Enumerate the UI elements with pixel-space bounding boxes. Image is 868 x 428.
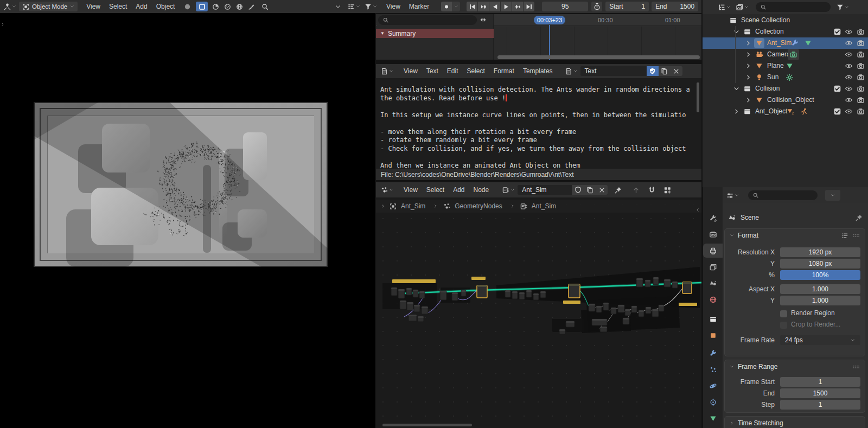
crop-checkbox[interactable]: [780, 322, 787, 329]
display-mode-button[interactable]: [736, 3, 749, 11]
menu-node[interactable]: Node: [469, 183, 494, 196]
prev-keyframe-button[interactable]: [478, 2, 489, 11]
expand-arrow-icon[interactable]: [732, 107, 741, 116]
render-visibility-camera-icon[interactable]: [857, 50, 865, 59]
bulb-icon[interactable]: [755, 73, 763, 81]
search-icon[interactable]: [261, 3, 269, 11]
tab-constraints[interactable]: [703, 395, 723, 409]
tab-object[interactable]: [703, 328, 723, 342]
menu-object[interactable]: Object: [152, 0, 180, 13]
breadcrumb-scene[interactable]: Scene: [741, 214, 759, 221]
render-region-checkbox[interactable]: [780, 310, 787, 317]
render-visibility-camera-icon[interactable]: [857, 62, 865, 70]
visibility-eye-icon[interactable]: [845, 39, 853, 47]
frame-rate-dropdown[interactable]: 24 fps: [780, 335, 860, 345]
new-nodetree-button[interactable]: [584, 185, 596, 195]
region-collapse-chevron[interactable]: [376, 22, 378, 27]
expand-arrow-icon[interactable]: [744, 96, 752, 104]
channel-search-input[interactable]: [378, 15, 477, 25]
presets-list-icon[interactable]: [841, 232, 849, 240]
menu-text[interactable]: Text: [422, 65, 443, 78]
node-scrollbar-h[interactable]: [382, 424, 472, 426]
tab-object-data[interactable]: [703, 411, 723, 425]
drag-grip-icon[interactable]: [852, 232, 860, 240]
frame-start-field[interactable]: Start 1: [605, 2, 649, 11]
nodetree-selector[interactable]: [502, 186, 515, 194]
tri-badge-icon[interactable]: [804, 39, 812, 47]
outliner-row-sun[interactable]: Sun: [703, 72, 868, 83]
shading-solid-button[interactable]: [196, 2, 208, 11]
menu-marker[interactable]: Marker: [405, 0, 433, 13]
tri2-badge-icon[interactable]: 2: [787, 107, 795, 116]
outliner-row-plane[interactable]: Plane: [703, 60, 868, 72]
menu-view[interactable]: View: [399, 65, 422, 78]
visibility-eye-icon[interactable]: [845, 73, 853, 81]
jump-to-start-button[interactable]: [467, 2, 477, 11]
shading-rendered-icon[interactable]: [235, 3, 244, 11]
text-line[interactable]: In this setup we instance curve lines on…: [380, 111, 701, 120]
visibility-eye-icon[interactable]: [845, 85, 853, 93]
editor-type-node-button[interactable]: [380, 186, 394, 194]
use-preview-range-button[interactable]: [591, 2, 602, 11]
boxcol-icon[interactable]: [743, 85, 751, 93]
text-datablock-selector[interactable]: [565, 67, 578, 75]
header-overflow-chevron[interactable]: [332, 3, 344, 11]
text-line[interactable]: [380, 103, 701, 111]
tab-physics[interactable]: [703, 379, 723, 393]
tri-badge-icon[interactable]: [786, 62, 794, 70]
outliner-row-camera[interactable]: Camera: [703, 49, 868, 60]
editor-type-text-button[interactable]: [380, 67, 394, 75]
tri-icon[interactable]: [755, 62, 763, 70]
menu-templates[interactable]: Templates: [519, 65, 557, 78]
collection-checkbox[interactable]: [833, 28, 841, 36]
boxcol-icon[interactable]: [729, 16, 737, 24]
tri-icon[interactable]: [755, 39, 763, 47]
sidebar-collapse-chevron[interactable]: [695, 207, 700, 213]
menu-view[interactable]: View: [382, 0, 405, 13]
visibility-eye-icon[interactable]: [845, 96, 853, 104]
gizmo-sphere-icon[interactable]: [183, 3, 192, 11]
outliner-row-scene collection[interactable]: Scene Collection: [703, 15, 868, 26]
tab-world[interactable]: [703, 292, 723, 306]
visibility-eye-icon[interactable]: [845, 62, 853, 70]
boxcol-icon[interactable]: [743, 107, 751, 116]
text-editor-body[interactable]: Ant simulation with collision detection.…: [376, 78, 701, 169]
unlink-text-button[interactable]: [671, 66, 682, 76]
fake-user-button[interactable]: [572, 185, 584, 195]
time-stretching-header[interactable]: Time Stretching: [725, 417, 865, 428]
resolution-x-field[interactable]: 1920 px: [780, 247, 860, 257]
render-visibility-camera-icon[interactable]: [857, 85, 865, 93]
editor-type-timeline-button[interactable]: [347, 3, 361, 11]
frame-step-field[interactable]: 1: [780, 400, 860, 410]
format-panel-header[interactable]: Format: [725, 229, 865, 242]
jump-to-end-button[interactable]: [524, 2, 534, 11]
visibility-eye-icon[interactable]: [845, 107, 853, 116]
auto-key-record-button[interactable]: [441, 2, 452, 11]
menu-view[interactable]: View: [399, 183, 422, 196]
sync-range-icon[interactable]: [479, 16, 487, 24]
text-line[interactable]: - rotate them randomly a bit every frame: [380, 136, 701, 145]
resolution-y-field[interactable]: 1080 px: [780, 259, 860, 269]
collection-checkbox[interactable]: [833, 85, 841, 93]
render-visibility-camera-icon[interactable]: [857, 73, 865, 81]
pin-icon[interactable]: [614, 186, 622, 194]
frame-end-field[interactable]: 1500: [780, 388, 860, 398]
menu-format[interactable]: Format: [489, 65, 519, 78]
menu-select[interactable]: Select: [422, 183, 449, 196]
properties-options-button[interactable]: [825, 190, 840, 201]
toolbar-expand-chevron[interactable]: [0, 22, 5, 27]
tab-render[interactable]: [703, 227, 723, 241]
drag-grip-icon[interactable]: [852, 363, 860, 371]
aspect-x-field[interactable]: 1.000: [780, 284, 860, 294]
editor-type-properties-button[interactable]: [726, 191, 739, 200]
snap-magnet-icon[interactable]: [648, 186, 656, 194]
visibility-eye-icon[interactable]: [845, 28, 853, 36]
collapse-arrow-icon[interactable]: [732, 28, 741, 36]
menu-add[interactable]: Add: [449, 183, 469, 196]
text-line[interactable]: And then we instance an animated Ant_Obj…: [380, 162, 701, 169]
camObj-icon[interactable]: [755, 50, 763, 59]
aspect-y-field[interactable]: 1.000: [780, 296, 860, 305]
tab-particles[interactable]: [703, 362, 723, 376]
viewport-canvas[interactable]: [0, 13, 375, 428]
menu-select[interactable]: Select: [105, 0, 131, 13]
